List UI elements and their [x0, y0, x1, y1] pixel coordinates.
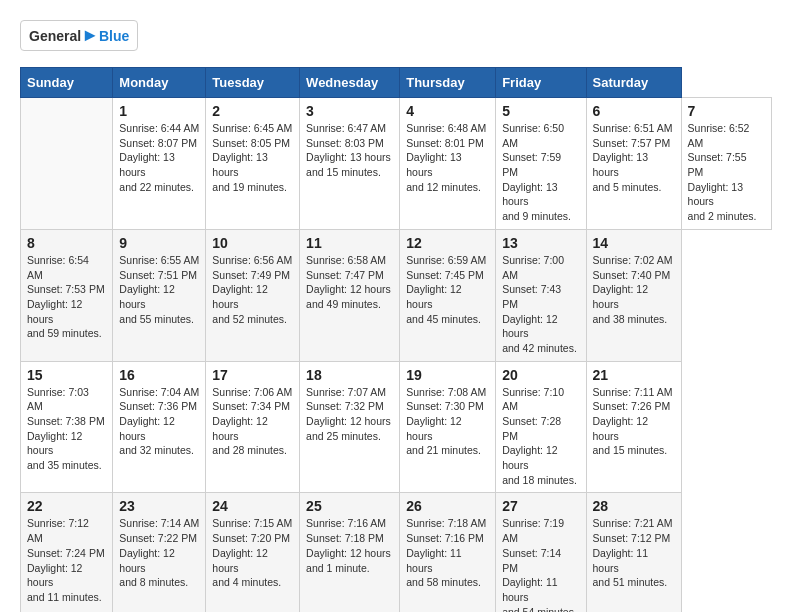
day-number: 28	[593, 498, 675, 514]
calendar-table: SundayMondayTuesdayWednesdayThursdayFrid…	[20, 67, 772, 612]
calendar-cell: 1Sunrise: 6:44 AM Sunset: 8:07 PM Daylig…	[113, 98, 206, 230]
week-row-3: 15Sunrise: 7:03 AM Sunset: 7:38 PM Dayli…	[21, 361, 772, 493]
calendar-cell: 19Sunrise: 7:08 AM Sunset: 7:30 PM Dayli…	[400, 361, 496, 493]
day-number: 18	[306, 367, 393, 383]
calendar-cell: 11Sunrise: 6:58 AM Sunset: 7:47 PM Dayli…	[300, 229, 400, 361]
calendar-cell: 6Sunrise: 6:51 AM Sunset: 7:57 PM Daylig…	[586, 98, 681, 230]
day-info: Sunrise: 7:19 AM Sunset: 7:14 PM Dayligh…	[502, 516, 579, 612]
calendar-cell: 7Sunrise: 6:52 AM Sunset: 7:55 PM Daylig…	[681, 98, 771, 230]
week-row-2: 8Sunrise: 6:54 AM Sunset: 7:53 PM Daylig…	[21, 229, 772, 361]
calendar-cell: 27Sunrise: 7:19 AM Sunset: 7:14 PM Dayli…	[496, 493, 586, 612]
day-number: 25	[306, 498, 393, 514]
day-number: 13	[502, 235, 579, 251]
day-info: Sunrise: 6:58 AM Sunset: 7:47 PM Dayligh…	[306, 253, 393, 312]
day-number: 6	[593, 103, 675, 119]
day-number: 22	[27, 498, 106, 514]
day-info: Sunrise: 7:11 AM Sunset: 7:26 PM Dayligh…	[593, 385, 675, 458]
day-number: 21	[593, 367, 675, 383]
day-info: Sunrise: 7:15 AM Sunset: 7:20 PM Dayligh…	[212, 516, 293, 589]
day-info: Sunrise: 7:03 AM Sunset: 7:38 PM Dayligh…	[27, 385, 106, 473]
day-info: Sunrise: 7:07 AM Sunset: 7:32 PM Dayligh…	[306, 385, 393, 444]
calendar-cell: 3Sunrise: 6:47 AM Sunset: 8:03 PM Daylig…	[300, 98, 400, 230]
column-header-tuesday: Tuesday	[206, 68, 300, 98]
day-info: Sunrise: 7:16 AM Sunset: 7:18 PM Dayligh…	[306, 516, 393, 575]
column-header-monday: Monday	[113, 68, 206, 98]
day-info: Sunrise: 7:02 AM Sunset: 7:40 PM Dayligh…	[593, 253, 675, 326]
day-info: Sunrise: 7:04 AM Sunset: 7:36 PM Dayligh…	[119, 385, 199, 458]
day-number: 10	[212, 235, 293, 251]
day-number: 14	[593, 235, 675, 251]
day-info: Sunrise: 7:00 AM Sunset: 7:43 PM Dayligh…	[502, 253, 579, 356]
day-info: Sunrise: 6:47 AM Sunset: 8:03 PM Dayligh…	[306, 121, 393, 180]
calendar-cell: 22Sunrise: 7:12 AM Sunset: 7:24 PM Dayli…	[21, 493, 113, 612]
column-header-thursday: Thursday	[400, 68, 496, 98]
day-info: Sunrise: 7:14 AM Sunset: 7:22 PM Dayligh…	[119, 516, 199, 589]
day-number: 8	[27, 235, 106, 251]
day-info: Sunrise: 7:18 AM Sunset: 7:16 PM Dayligh…	[406, 516, 489, 589]
calendar-cell: 16Sunrise: 7:04 AM Sunset: 7:36 PM Dayli…	[113, 361, 206, 493]
day-info: Sunrise: 6:52 AM Sunset: 7:55 PM Dayligh…	[688, 121, 765, 224]
day-info: Sunrise: 6:50 AM Sunset: 7:59 PM Dayligh…	[502, 121, 579, 224]
day-number: 20	[502, 367, 579, 383]
day-info: Sunrise: 6:54 AM Sunset: 7:53 PM Dayligh…	[27, 253, 106, 341]
day-number: 1	[119, 103, 199, 119]
day-number: 26	[406, 498, 489, 514]
logo-blue: Blue	[99, 28, 129, 44]
calendar-cell: 2Sunrise: 6:45 AM Sunset: 8:05 PM Daylig…	[206, 98, 300, 230]
calendar-cell: 10Sunrise: 6:56 AM Sunset: 7:49 PM Dayli…	[206, 229, 300, 361]
calendar-cell: 5Sunrise: 6:50 AM Sunset: 7:59 PM Daylig…	[496, 98, 586, 230]
week-row-4: 22Sunrise: 7:12 AM Sunset: 7:24 PM Dayli…	[21, 493, 772, 612]
day-number: 7	[688, 103, 765, 119]
column-header-friday: Friday	[496, 68, 586, 98]
calendar-cell: 20Sunrise: 7:10 AM Sunset: 7:28 PM Dayli…	[496, 361, 586, 493]
day-number: 3	[306, 103, 393, 119]
day-number: 12	[406, 235, 489, 251]
calendar-cell	[21, 98, 113, 230]
logo: General ►Blue	[20, 20, 138, 51]
calendar-cell: 17Sunrise: 7:06 AM Sunset: 7:34 PM Dayli…	[206, 361, 300, 493]
day-number: 4	[406, 103, 489, 119]
column-header-wednesday: Wednesday	[300, 68, 400, 98]
calendar-cell: 15Sunrise: 7:03 AM Sunset: 7:38 PM Dayli…	[21, 361, 113, 493]
day-number: 9	[119, 235, 199, 251]
day-info: Sunrise: 7:21 AM Sunset: 7:12 PM Dayligh…	[593, 516, 675, 589]
day-number: 23	[119, 498, 199, 514]
day-number: 16	[119, 367, 199, 383]
column-header-sunday: Sunday	[21, 68, 113, 98]
day-info: Sunrise: 7:06 AM Sunset: 7:34 PM Dayligh…	[212, 385, 293, 458]
week-row-1: 1Sunrise: 6:44 AM Sunset: 8:07 PM Daylig…	[21, 98, 772, 230]
header-row: SundayMondayTuesdayWednesdayThursdayFrid…	[21, 68, 772, 98]
calendar-cell: 25Sunrise: 7:16 AM Sunset: 7:18 PM Dayli…	[300, 493, 400, 612]
day-number: 19	[406, 367, 489, 383]
logo-general: General	[29, 28, 81, 44]
calendar-cell: 24Sunrise: 7:15 AM Sunset: 7:20 PM Dayli…	[206, 493, 300, 612]
day-info: Sunrise: 6:59 AM Sunset: 7:45 PM Dayligh…	[406, 253, 489, 326]
calendar-cell: 14Sunrise: 7:02 AM Sunset: 7:40 PM Dayli…	[586, 229, 681, 361]
day-number: 11	[306, 235, 393, 251]
logo-box: General ►Blue	[20, 20, 138, 51]
day-number: 27	[502, 498, 579, 514]
calendar-cell: 4Sunrise: 6:48 AM Sunset: 8:01 PM Daylig…	[400, 98, 496, 230]
calendar-cell: 21Sunrise: 7:11 AM Sunset: 7:26 PM Dayli…	[586, 361, 681, 493]
day-info: Sunrise: 6:48 AM Sunset: 8:01 PM Dayligh…	[406, 121, 489, 194]
calendar-cell: 26Sunrise: 7:18 AM Sunset: 7:16 PM Dayli…	[400, 493, 496, 612]
day-info: Sunrise: 6:45 AM Sunset: 8:05 PM Dayligh…	[212, 121, 293, 194]
day-number: 24	[212, 498, 293, 514]
calendar-cell: 18Sunrise: 7:07 AM Sunset: 7:32 PM Dayli…	[300, 361, 400, 493]
day-info: Sunrise: 6:44 AM Sunset: 8:07 PM Dayligh…	[119, 121, 199, 194]
day-number: 17	[212, 367, 293, 383]
day-info: Sunrise: 6:56 AM Sunset: 7:49 PM Dayligh…	[212, 253, 293, 326]
calendar-cell: 13Sunrise: 7:00 AM Sunset: 7:43 PM Dayli…	[496, 229, 586, 361]
day-info: Sunrise: 7:10 AM Sunset: 7:28 PM Dayligh…	[502, 385, 579, 488]
calendar-cell: 8Sunrise: 6:54 AM Sunset: 7:53 PM Daylig…	[21, 229, 113, 361]
calendar-cell: 23Sunrise: 7:14 AM Sunset: 7:22 PM Dayli…	[113, 493, 206, 612]
column-header-saturday: Saturday	[586, 68, 681, 98]
day-number: 2	[212, 103, 293, 119]
calendar-cell: 9Sunrise: 6:55 AM Sunset: 7:51 PM Daylig…	[113, 229, 206, 361]
logo-chevron-icon: ►	[81, 25, 99, 46]
header: General ►Blue	[20, 20, 772, 51]
day-number: 5	[502, 103, 579, 119]
day-info: Sunrise: 7:08 AM Sunset: 7:30 PM Dayligh…	[406, 385, 489, 458]
day-info: Sunrise: 7:12 AM Sunset: 7:24 PM Dayligh…	[27, 516, 106, 604]
day-number: 15	[27, 367, 106, 383]
